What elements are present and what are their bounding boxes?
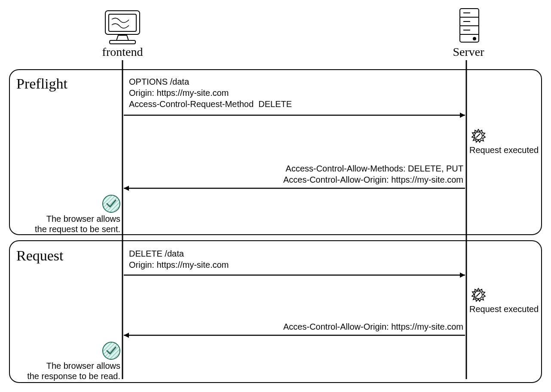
preflight-request-line1: OPTIONS /data [129, 77, 189, 87]
main-request-line2: Origin: https://my-site.com [129, 260, 229, 270]
actor-label-frontend: frontend [92, 45, 153, 59]
svg-point-9 [473, 37, 476, 40]
preflight-browser-note-line1: The browser allows [17, 214, 120, 224]
preflight-browser-note-line2: the request to be sent. [17, 224, 120, 234]
svg-point-15 [474, 291, 482, 299]
svg-point-13 [474, 132, 482, 140]
check-icon [103, 195, 120, 212]
preflight-server-note: Request executed [469, 145, 539, 155]
diagram-canvas: frontend Server Preflight Request OPTION… [0, 0, 551, 392]
actor-label-server: Server [445, 45, 492, 59]
main-response-line1: Acces-Control-Allow-Origin: https://my-s… [231, 322, 463, 332]
phase-title-preflight: Preflight [16, 76, 67, 92]
svg-rect-5 [460, 9, 479, 42]
svg-rect-4 [110, 40, 135, 44]
gear-icon [472, 129, 485, 142]
main-browser-note-line2: the response to be read. [9, 371, 120, 381]
server-icon [460, 9, 479, 42]
preflight-request-line3: Access-Control-Request-Method DELETE [129, 99, 292, 110]
preflight-response-line2: Acces-Control-Allow-Origin: https://my-s… [231, 175, 463, 185]
main-request-line1: DELETE /data [129, 248, 184, 259]
svg-point-14 [103, 195, 120, 212]
phase-title-request: Request [16, 248, 64, 264]
preflight-response-line1: Access-Control-Allow-Methods: DELETE, PU… [231, 163, 463, 174]
svg-rect-3 [109, 14, 136, 31]
preflight-request-line2: Origin: https://my-site.com [129, 88, 229, 98]
computer-icon [105, 11, 140, 44]
svg-rect-2 [105, 11, 140, 34]
main-browser-note-line1: The browser allows [9, 361, 120, 371]
check-icon [103, 342, 120, 359]
phase-box-preflight [9, 70, 542, 235]
svg-point-16 [103, 342, 120, 359]
gear-icon [472, 288, 485, 301]
main-server-note: Request executed [469, 304, 539, 314]
